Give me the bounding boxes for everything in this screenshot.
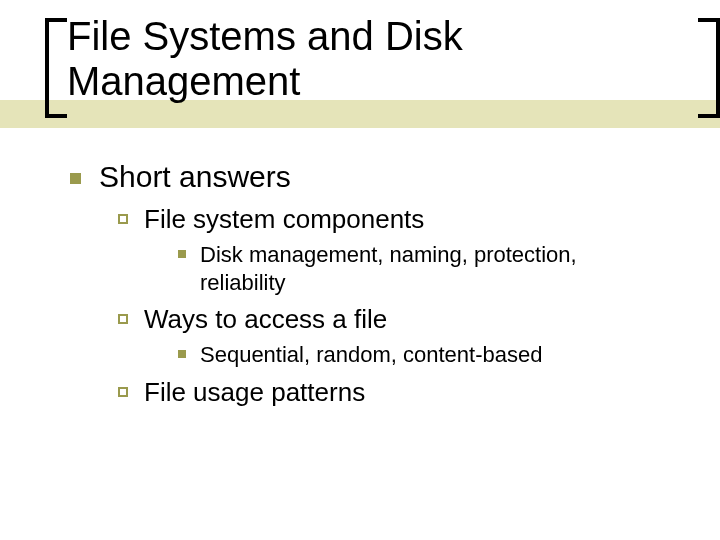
bullet-text: Sequential, random, content-based [200, 341, 542, 369]
hollow-square-bullet-icon [118, 214, 128, 224]
slide-title-block: File Systems and Disk Management [45, 14, 720, 118]
bullet-level-1: Short answers [70, 160, 680, 194]
bracket-left-icon [45, 18, 67, 118]
bullet-text: Ways to access a file [144, 304, 387, 335]
slide-title: File Systems and Disk Management [67, 14, 698, 104]
bullet-level-2: Ways to access a file [118, 304, 680, 335]
bullet-level-2: File usage patterns [118, 377, 680, 408]
bullet-text: Disk management, naming, protection, rel… [200, 241, 660, 296]
bullet-level-2: File system components [118, 204, 680, 235]
square-bullet-icon [178, 250, 186, 258]
bullet-level-3: Sequential, random, content-based [178, 341, 680, 369]
bullet-text: File usage patterns [144, 377, 365, 408]
bullet-text: Short answers [99, 160, 291, 194]
hollow-square-bullet-icon [118, 314, 128, 324]
bullet-level-3: Disk management, naming, protection, rel… [178, 241, 680, 296]
hollow-square-bullet-icon [118, 387, 128, 397]
square-bullet-icon [178, 350, 186, 358]
square-bullet-icon [70, 173, 81, 184]
bracket-right-icon [698, 18, 720, 118]
bullet-text: File system components [144, 204, 424, 235]
slide-body: Short answers File system components Dis… [70, 160, 680, 412]
